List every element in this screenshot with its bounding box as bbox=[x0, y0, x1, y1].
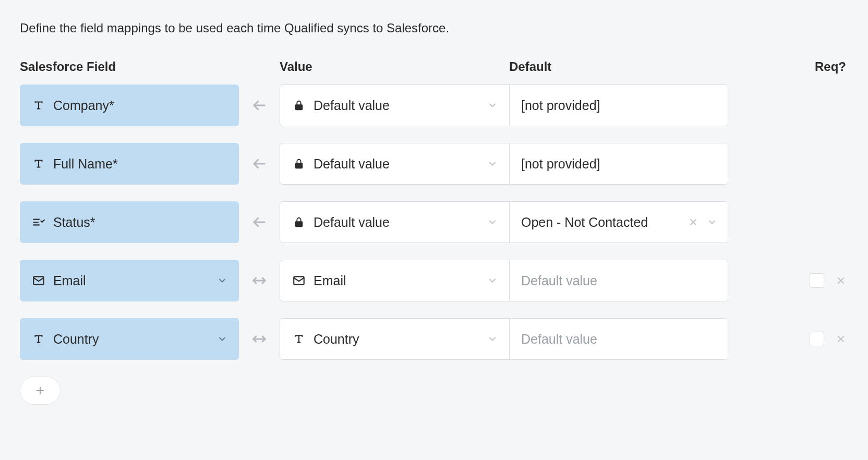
default-input-wrap bbox=[510, 260, 728, 301]
arrow-left-icon bbox=[239, 214, 280, 230]
add-row-button[interactable] bbox=[20, 377, 61, 405]
chevron-down-icon bbox=[487, 217, 498, 227]
header-value: Value bbox=[280, 59, 509, 74]
chevron-down-icon bbox=[487, 334, 498, 344]
mail-icon bbox=[292, 274, 306, 287]
picklist-icon bbox=[31, 215, 46, 229]
default-input-wrap bbox=[510, 143, 728, 184]
header-req: Req? bbox=[728, 59, 848, 74]
default-input[interactable] bbox=[521, 273, 716, 288]
default-input-wrap bbox=[510, 85, 728, 126]
value-select[interactable]: Default value bbox=[280, 85, 510, 126]
chevron-down-icon bbox=[707, 217, 717, 227]
text-icon bbox=[31, 99, 46, 112]
value-default-group: Default value bbox=[280, 84, 728, 126]
chevron-down-icon bbox=[217, 334, 227, 344]
text-icon bbox=[31, 332, 46, 346]
default-input[interactable] bbox=[521, 332, 716, 347]
lock-icon bbox=[292, 216, 306, 228]
intro-text: Define the field mappings to be used eac… bbox=[20, 21, 848, 35]
plus-icon bbox=[34, 385, 46, 396]
text-icon bbox=[31, 157, 46, 171]
salesforce-field-label: Status* bbox=[53, 215, 227, 230]
value-default-group: Country bbox=[280, 318, 728, 360]
remove-row-icon[interactable] bbox=[836, 334, 846, 344]
value-default-group: Default valueOpen - Not Contacted bbox=[280, 201, 728, 243]
value-label: Default value bbox=[314, 215, 487, 230]
chevron-down-icon bbox=[487, 100, 498, 111]
lock-icon bbox=[292, 100, 306, 111]
arrow-bidirectional-icon bbox=[239, 331, 280, 347]
mapping-row: Company*Default value bbox=[20, 84, 848, 126]
arrow-bidirectional-icon bbox=[239, 273, 280, 288]
value-select[interactable]: Country bbox=[280, 319, 510, 359]
text-icon bbox=[292, 332, 306, 346]
arrow-left-icon bbox=[239, 98, 280, 113]
mapping-row: CountryCountry bbox=[20, 318, 848, 360]
mapping-row: EmailEmail bbox=[20, 260, 848, 301]
row-tail bbox=[728, 332, 848, 346]
value-label: Country bbox=[314, 332, 487, 347]
default-input[interactable] bbox=[521, 156, 716, 172]
default-select-value: Open - Not Contacted bbox=[521, 215, 688, 230]
header-default: Default bbox=[509, 59, 728, 74]
arrow-left-icon bbox=[239, 156, 280, 172]
default-select[interactable]: Open - Not Contacted bbox=[510, 202, 728, 243]
chevron-down-icon bbox=[487, 275, 498, 286]
value-default-group: Default value bbox=[280, 143, 728, 185]
row-tail bbox=[728, 273, 848, 288]
mapping-row: Status*Default valueOpen - Not Contacted bbox=[20, 201, 848, 243]
remove-row-icon[interactable] bbox=[836, 275, 846, 286]
header-row: Salesforce Field Value Default Req? bbox=[20, 59, 848, 74]
clear-icon[interactable] bbox=[688, 217, 698, 227]
salesforce-field-label: Company* bbox=[53, 98, 227, 113]
salesforce-field-label: Email bbox=[53, 273, 217, 288]
salesforce-field-box[interactable]: Email bbox=[20, 260, 239, 301]
salesforce-field-box: Status* bbox=[20, 201, 239, 243]
value-label: Email bbox=[314, 273, 487, 288]
value-label: Default value bbox=[314, 156, 487, 172]
value-default-group: Email bbox=[280, 260, 728, 301]
value-select[interactable]: Default value bbox=[280, 143, 510, 184]
required-checkbox[interactable] bbox=[810, 273, 824, 288]
salesforce-field-box: Company* bbox=[20, 84, 239, 126]
value-label: Default value bbox=[314, 98, 487, 113]
chevron-down-icon bbox=[487, 159, 498, 169]
lock-icon bbox=[292, 158, 306, 170]
header-salesforce-field: Salesforce Field bbox=[20, 59, 239, 74]
value-select[interactable]: Email bbox=[280, 260, 510, 301]
mapping-row: Full Name*Default value bbox=[20, 143, 848, 185]
salesforce-field-box: Full Name* bbox=[20, 143, 239, 185]
salesforce-field-box[interactable]: Country bbox=[20, 318, 239, 360]
value-select[interactable]: Default value bbox=[280, 202, 510, 243]
salesforce-field-label: Country bbox=[53, 332, 217, 347]
mail-icon bbox=[31, 274, 46, 287]
required-checkbox[interactable] bbox=[810, 332, 824, 346]
salesforce-field-label: Full Name* bbox=[53, 156, 227, 172]
default-input[interactable] bbox=[521, 98, 716, 113]
default-input-wrap bbox=[510, 319, 728, 359]
chevron-down-icon bbox=[217, 275, 227, 286]
